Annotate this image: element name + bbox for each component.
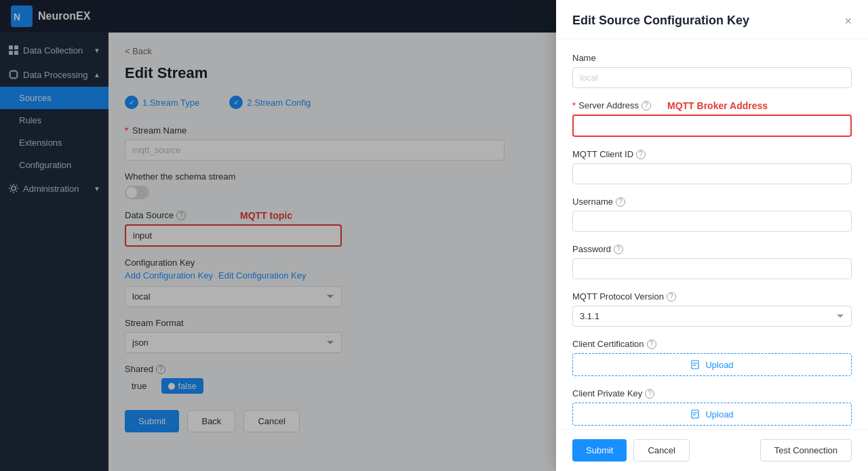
protocol-help-icon: ? (667, 292, 676, 302)
panel-close-button[interactable]: × (844, 15, 852, 27)
svg-rect-16 (692, 361, 698, 369)
server-help-icon: ? (642, 101, 651, 110)
upload-icon-2 (690, 409, 701, 419)
panel-password-input[interactable] (572, 258, 852, 279)
panel-test-button[interactable]: Test Connection (760, 439, 852, 462)
panel-client-id-input[interactable] (572, 163, 852, 184)
panel-client-id-label: MQTT Client ID (572, 149, 633, 159)
panel-client-key-group: Client Private Key ? Upload (572, 388, 852, 426)
panel-footer: Submit Cancel Test Connection (556, 429, 868, 471)
panel-name-input[interactable] (572, 67, 852, 88)
panel-body: Name * Server Address ? MQTT Broker Addr… (556, 39, 868, 429)
panel-server-label: Server Address (578, 100, 639, 110)
panel-username-group: Username ? (572, 197, 852, 232)
panel-password-group: Password ? (572, 244, 852, 279)
panel-protocol-group: MQTT Protocol Version ? 3.1.1 5.0 (572, 291, 852, 327)
panel-username-label: Username (572, 197, 613, 207)
panel-name-group: Name (572, 53, 852, 88)
panel-password-label: Password (572, 244, 611, 254)
panel-server-input[interactable]: tcp://192.168.71.62:1883 (572, 115, 852, 137)
panel-client-id-group: MQTT Client ID ? (572, 149, 852, 184)
panel-protocol-label: MQTT Protocol Version (572, 291, 664, 302)
panel-username-input[interactable] (572, 211, 852, 232)
upload-icon (690, 359, 701, 370)
panel-submit-button[interactable]: Submit (572, 439, 627, 462)
client-id-help-icon: ? (636, 150, 646, 159)
mqtt-broker-annotation: MQTT Broker Address (667, 100, 768, 111)
client-cert-help-icon: ? (647, 340, 656, 349)
panel-server-group: * Server Address ? MQTT Broker Address t… (572, 100, 852, 137)
client-key-upload-button[interactable]: Upload (572, 403, 852, 426)
username-help-icon: ? (616, 197, 625, 207)
panel-name-label: Name (572, 53, 596, 63)
panel-client-cert-label: Client Certification (572, 339, 644, 349)
client-key-help-icon: ? (645, 389, 654, 398)
panel-cancel-button[interactable]: Cancel (633, 439, 689, 462)
panel-header: Edit Source Configuration Key × (556, 0, 868, 39)
panel-client-key-label: Client Private Key (572, 388, 642, 398)
svg-rect-19 (692, 410, 698, 418)
client-cert-upload-button[interactable]: Upload (572, 353, 852, 376)
password-help-icon: ? (614, 245, 623, 254)
panel-protocol-select[interactable]: 3.1.1 5.0 (572, 306, 852, 327)
panel-client-cert-group: Client Certification ? Upload (572, 339, 852, 376)
panel-title: Edit Source Configuration Key (572, 14, 749, 28)
edit-source-config-panel: Edit Source Configuration Key × Name * S… (556, 0, 868, 471)
